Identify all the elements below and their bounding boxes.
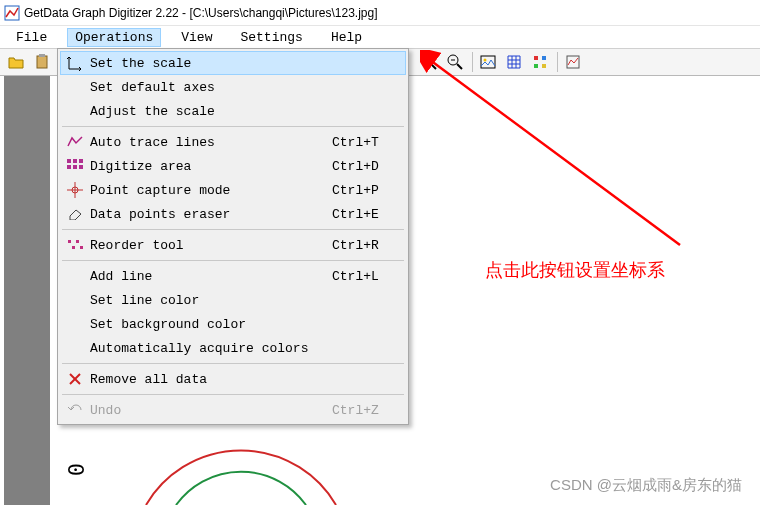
menu-item-label: Add line [90, 269, 332, 284]
menubar: File Operations View Settings Help [0, 26, 760, 48]
axis-zero-label: 0 [64, 463, 89, 476]
menu-item-label: Point capture mode [90, 183, 332, 198]
background-figure: 0 [70, 445, 370, 505]
svg-point-11 [484, 59, 487, 62]
menu-item-label: Reorder tool [90, 238, 332, 253]
menu-adjust-scale[interactable]: Adjust the scale [60, 99, 406, 123]
menu-set-default-axes[interactable]: Set default axes [60, 75, 406, 99]
menu-item-label: Set line color [90, 293, 402, 308]
digitize-area-icon [64, 157, 86, 175]
menu-add-line[interactable]: Add line Ctrl+L [60, 264, 406, 288]
svg-rect-26 [73, 159, 77, 163]
svg-rect-36 [72, 246, 75, 249]
menu-operations[interactable]: Operations [67, 28, 161, 47]
zoom-in-icon[interactable] [417, 50, 441, 74]
window-title: GetData Graph Digitizer 2.22 - [C:\Users… [24, 6, 378, 20]
menu-item-label: Data points eraser [90, 207, 332, 222]
menu-separator [62, 394, 404, 395]
menu-file[interactable]: File [8, 28, 55, 47]
paste-icon[interactable] [30, 50, 54, 74]
svg-line-8 [457, 64, 462, 69]
menu-separator [62, 363, 404, 364]
eraser-icon [64, 205, 86, 223]
menu-item-accel: Ctrl+P [332, 183, 402, 198]
menu-view[interactable]: View [173, 28, 220, 47]
menu-item-accel: Ctrl+D [332, 159, 402, 174]
menu-undo: Undo Ctrl+Z [60, 398, 406, 422]
point-capture-icon [64, 181, 86, 199]
info-icon[interactable] [561, 50, 585, 74]
svg-rect-23 [542, 64, 546, 68]
menu-data-eraser[interactable]: Data points eraser Ctrl+E [60, 202, 406, 226]
svg-rect-35 [76, 240, 79, 243]
delete-icon [64, 370, 86, 388]
svg-rect-20 [534, 56, 538, 60]
svg-rect-22 [534, 64, 538, 68]
menu-item-label: Set background color [90, 317, 402, 332]
svg-rect-28 [67, 165, 71, 169]
menu-item-label: Undo [90, 403, 332, 418]
menu-item-accel: Ctrl+R [332, 238, 402, 253]
svg-rect-25 [67, 159, 71, 163]
menu-auto-colors[interactable]: Automatically acquire colors [60, 336, 406, 360]
svg-rect-34 [68, 240, 71, 243]
operations-dropdown: Set the scale Set default axes Adjust th… [57, 48, 409, 425]
annotation-text: 点击此按钮设置坐标系 [485, 258, 665, 282]
menu-item-label: Set default axes [90, 80, 402, 95]
menu-digitize-area[interactable]: Digitize area Ctrl+D [60, 154, 406, 178]
menu-item-accel: Ctrl+Z [332, 403, 402, 418]
menu-help[interactable]: Help [323, 28, 370, 47]
svg-rect-27 [79, 159, 83, 163]
grid-icon[interactable] [502, 50, 526, 74]
image-icon[interactable] [476, 50, 500, 74]
menu-separator [62, 126, 404, 127]
menu-item-label: Automatically acquire colors [90, 341, 402, 356]
toolbar-separator [557, 52, 558, 72]
menu-item-label: Set the scale [90, 56, 402, 71]
menu-set-bg-color[interactable]: Set background color [60, 312, 406, 336]
auto-trace-icon [64, 133, 86, 151]
menu-item-accel: Ctrl+L [332, 269, 402, 284]
menu-separator [62, 260, 404, 261]
menu-separator [62, 229, 404, 230]
svg-rect-1 [37, 56, 47, 68]
toolbar-separator [472, 52, 473, 72]
menu-settings[interactable]: Settings [232, 28, 310, 47]
menu-auto-trace[interactable]: Auto trace lines Ctrl+T [60, 130, 406, 154]
undo-icon [64, 401, 86, 419]
watermark: CSDN @云烟成雨&房东的猫 [550, 476, 742, 495]
svg-rect-29 [73, 165, 77, 169]
app-icon [4, 5, 20, 21]
menu-item-accel: Ctrl+E [332, 207, 402, 222]
svg-rect-30 [79, 165, 83, 169]
svg-rect-37 [80, 246, 83, 249]
menu-point-capture[interactable]: Point capture mode Ctrl+P [60, 178, 406, 202]
menu-remove-all-data[interactable]: Remove all data [60, 367, 406, 391]
open-icon[interactable] [4, 50, 28, 74]
menu-item-label: Remove all data [90, 372, 402, 387]
menu-reorder-tool[interactable]: Reorder tool Ctrl+R [60, 233, 406, 257]
svg-line-4 [431, 64, 436, 69]
menu-set-scale[interactable]: Set the scale [60, 51, 406, 75]
menu-item-label: Digitize area [90, 159, 332, 174]
set-scale-icon [64, 54, 86, 72]
image-ruler-strip [4, 76, 50, 505]
reorder-icon [64, 236, 86, 254]
svg-rect-2 [39, 54, 45, 57]
menu-item-label: Adjust the scale [90, 104, 402, 119]
zoom-out-icon[interactable] [443, 50, 467, 74]
palette-icon[interactable] [528, 50, 552, 74]
menu-set-line-color[interactable]: Set line color [60, 288, 406, 312]
menu-item-label: Auto trace lines [90, 135, 332, 150]
svg-rect-21 [542, 56, 546, 60]
menu-item-accel: Ctrl+T [332, 135, 402, 150]
titlebar: GetData Graph Digitizer 2.22 - [C:\Users… [0, 0, 760, 26]
